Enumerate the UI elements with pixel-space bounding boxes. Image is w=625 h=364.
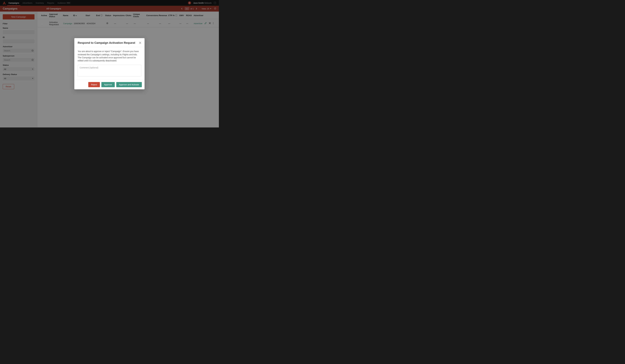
modal-body-text: You are about to approve or reject "Camp… (78, 50, 141, 62)
modal-close-button[interactable] (139, 41, 141, 44)
approve-button[interactable]: Approve (101, 82, 115, 87)
comment-input[interactable] (78, 65, 141, 77)
close-icon (139, 42, 141, 44)
reject-button[interactable]: Reject (88, 82, 100, 87)
approve-activate-button[interactable]: Approve and Activate (116, 82, 142, 87)
modal-title: Respond to Campaign Activation Request (78, 41, 135, 45)
activation-modal: Respond to Campaign Activation Request Y… (74, 38, 145, 89)
modal-overlay: Respond to Campaign Activation Request Y… (0, 0, 219, 127)
